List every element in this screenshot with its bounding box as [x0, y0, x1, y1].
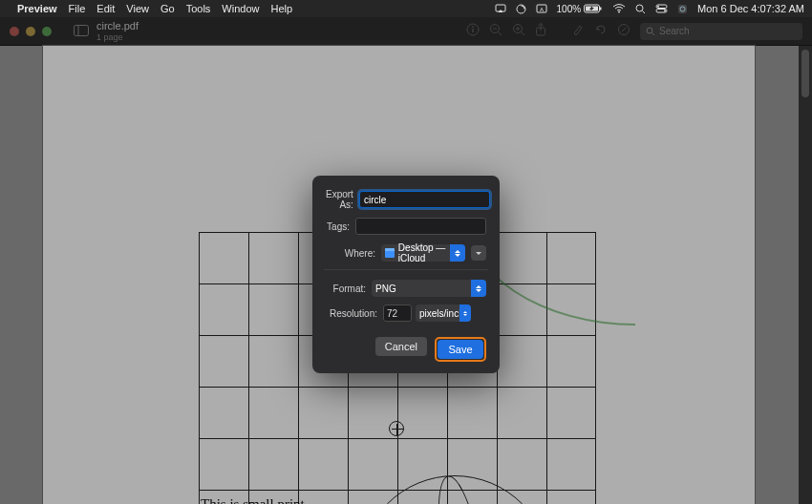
scrollbar-thumb[interactable] — [801, 50, 809, 97]
zoom-in-icon[interactable] — [512, 23, 525, 40]
expand-location-button[interactable] — [471, 245, 486, 261]
format-row: Format: PNG — [326, 280, 486, 297]
menu-go[interactable]: Go — [160, 3, 175, 14]
svg-line-26 — [522, 32, 525, 35]
where-select[interactable]: Desktop — iCloud — [381, 244, 465, 262]
menu-tools[interactable]: Tools — [186, 3, 211, 14]
status-keyboard-icon[interactable]: A — [536, 4, 547, 13]
svg-point-14 — [664, 10, 666, 11]
format-value: PNG — [375, 284, 396, 294]
sidebar-toggle-icon[interactable] — [74, 23, 89, 40]
svg-point-9 — [636, 5, 643, 11]
save-button-highlight: Save — [435, 337, 486, 362]
menubar-app-name[interactable]: Preview — [17, 3, 57, 14]
resolution-unit-value: pixels/inch — [419, 308, 464, 319]
svg-line-33 — [652, 32, 655, 35]
status-siri-icon[interactable] — [677, 4, 688, 14]
menu-window[interactable]: Window — [222, 3, 259, 14]
format-select[interactable]: PNG — [372, 280, 486, 297]
where-row: Where: Desktop — iCloud — [326, 244, 486, 262]
resolution-label: Resolution: — [326, 308, 377, 319]
share-icon[interactable] — [535, 23, 546, 40]
menubar-datetime[interactable]: Mon 6 Dec 4:07:32 AM — [697, 3, 804, 14]
export-sheet: Export As: Tags: Where: Desktop — iCloud… — [312, 176, 500, 373]
status-spotlight-icon[interactable] — [635, 4, 646, 14]
format-label: Format: — [326, 284, 366, 294]
highlight-icon[interactable] — [571, 23, 585, 40]
svg-point-20 — [472, 26, 474, 28]
resolution-input[interactable] — [383, 304, 412, 322]
rotate-icon[interactable] — [594, 23, 608, 40]
window-titlebar: circle.pdf 1 page Search — [0, 17, 812, 46]
battery-percent-label: 100% — [557, 4, 582, 14]
svg-rect-21 — [472, 29, 473, 32]
folder-icon — [385, 248, 395, 258]
section-divider — [324, 269, 488, 270]
status-wifi-icon[interactable] — [612, 4, 626, 13]
chevron-updown-icon — [459, 304, 471, 322]
document-title-block: circle.pdf 1 page — [96, 20, 139, 41]
info-icon[interactable] — [466, 23, 480, 40]
svg-rect-7 — [600, 8, 602, 10]
svg-rect-17 — [75, 25, 89, 35]
vertical-scrollbar[interactable] — [799, 46, 812, 504]
macos-menubar: Preview File Edit View Go Tools Window H… — [0, 0, 812, 17]
status-screen-mirror-icon[interactable] — [495, 4, 506, 13]
chevron-updown-icon — [471, 280, 486, 297]
window-traffic-lights — [10, 27, 58, 36]
zoom-out-icon[interactable] — [489, 23, 502, 40]
document-title: circle.pdf — [96, 20, 139, 32]
svg-point-8 — [618, 11, 620, 13]
search-icon — [646, 27, 655, 36]
tags-label: Tags: — [326, 221, 350, 232]
svg-line-10 — [643, 10, 646, 13]
window-minimize-button[interactable] — [26, 27, 35, 36]
status-sync-icon[interactable] — [516, 4, 526, 14]
chevron-updown-icon — [450, 244, 465, 262]
export-as-input[interactable] — [359, 191, 490, 208]
menu-edit[interactable]: Edit — [96, 3, 115, 14]
menu-view[interactable]: View — [126, 3, 149, 14]
where-label: Where: — [326, 248, 375, 259]
cancel-button[interactable]: Cancel — [375, 337, 427, 356]
search-placeholder: Search — [659, 26, 690, 36]
export-as-label: Export As: — [326, 189, 353, 210]
menu-file[interactable]: File — [69, 3, 86, 14]
center-marker-icon — [389, 421, 404, 436]
status-control-center-icon[interactable] — [655, 4, 668, 13]
status-battery[interactable]: 100% — [557, 4, 604, 14]
document-subtitle: 1 page — [96, 32, 139, 42]
resolution-row: Resolution: pixels/inch — [326, 304, 486, 322]
markup-icon[interactable] — [617, 23, 630, 40]
tags-input[interactable] — [355, 218, 486, 235]
save-button[interactable]: Save — [438, 340, 483, 359]
small-print-text: This is small print. — [201, 496, 309, 504]
window-close-button[interactable] — [10, 27, 19, 36]
resolution-unit-select[interactable]: pixels/inch — [416, 304, 471, 322]
svg-rect-15 — [678, 5, 687, 13]
menu-help[interactable]: Help — [270, 3, 292, 14]
svg-text:A: A — [540, 7, 544, 12]
toolbar-search[interactable]: Search — [640, 23, 802, 40]
window-zoom-button[interactable] — [42, 27, 52, 36]
svg-line-23 — [499, 32, 502, 35]
svg-point-12 — [657, 6, 659, 8]
svg-point-32 — [647, 28, 652, 33]
tags-row: Tags: — [326, 218, 486, 235]
export-as-row: Export As: — [326, 189, 486, 210]
sheet-button-row: Cancel Save — [326, 337, 486, 362]
